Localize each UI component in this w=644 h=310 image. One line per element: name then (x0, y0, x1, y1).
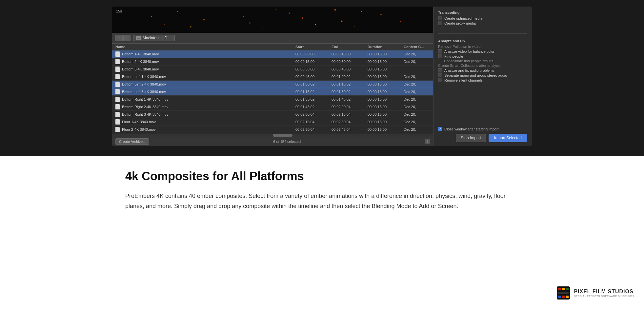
svg-point-8 (322, 14, 322, 15)
smart-collections-row: Create Smart Collections after analysis (438, 63, 527, 68)
section-heading: 4k Composites for All Platforms (125, 169, 519, 183)
file-end: 00:01:15;02 (332, 82, 368, 86)
analyze-title: Analyze and Fix (438, 39, 527, 43)
file-name: Bottom Left 3-4K 3840.mov (122, 90, 295, 94)
screenshot-inner: 15s ‹ › Macintosh HD ⌄ (112, 0, 532, 156)
file-start: 00:02:00;04 (295, 112, 332, 116)
horizontal-scrollbar[interactable] (112, 134, 433, 137)
svg-point-16 (315, 24, 316, 25)
proxy-media-row: Create proxy media (438, 21, 527, 26)
svg-rect-25 (562, 288, 565, 290)
file-end: 00:02:00;04 (332, 105, 368, 109)
col-start-header[interactable]: Start (295, 45, 332, 49)
file-row[interactable]: Floor 2-4K 3840.mov 00:02:30;04 00:02:45… (112, 126, 433, 133)
col-name-header[interactable]: Name (115, 45, 295, 49)
file-icon (115, 74, 120, 79)
file-start: 00:01:30;02 (295, 97, 332, 101)
stereo-audio-label: Separate mono and group stereo audio (444, 73, 507, 77)
fix-audio-checkbox[interactable] (438, 68, 442, 72)
file-duration: 00:00:15;00 (368, 105, 404, 109)
file-content: Dec 20, (404, 52, 430, 56)
file-row[interactable]: Bottom Right 2-4K 3840.mov 00:01:45;02 0… (112, 103, 433, 111)
file-start: 00:00:30;00 (295, 67, 332, 71)
svg-rect-29 (562, 296, 565, 298)
file-content: Dec 20, (404, 60, 430, 64)
preview-area: 15s (112, 7, 433, 33)
svg-rect-26 (566, 288, 569, 290)
optimize-media-checkbox[interactable] (438, 16, 442, 20)
file-content: Dec 20, (404, 82, 430, 86)
file-row[interactable]: Bottom Left 2-4K 3840.mov 00:01:00;02 00… (112, 81, 433, 88)
fcp-import-window: 15s ‹ › Macintosh HD ⌄ (112, 7, 532, 146)
info-icon: i (425, 139, 430, 144)
col-content-header[interactable]: Content C... (404, 45, 430, 49)
file-start: 00:00:00;00 (295, 52, 332, 56)
svg-point-10 (361, 11, 362, 12)
file-duration: 00:00:15;00 (368, 82, 404, 86)
nav-forward-button[interactable]: › (123, 35, 131, 41)
col-duration-header[interactable]: Duration (368, 45, 404, 49)
scroll-thumb[interactable] (273, 134, 292, 137)
file-row[interactable]: Bottom Left 3-4K 3840.mov 00:01:15;02 00… (112, 88, 433, 96)
file-end: 00:00:15;00 (332, 52, 368, 56)
create-archive-button[interactable]: Create Archive... (115, 138, 149, 145)
section-body: ProEmbers 4K contains 40 ember composite… (125, 191, 519, 211)
file-name: Bottom Left 2-4K 3840.mov (122, 82, 295, 86)
proxy-media-checkbox[interactable] (438, 21, 442, 25)
nav-back-button[interactable]: ‹ (115, 35, 123, 41)
pfs-text-block: PIXEL FILM STUDIOS SPECIAL EFFECTS SOFTW… (574, 289, 634, 298)
file-end: 00:01:00;02 (332, 75, 368, 79)
file-row[interactable]: Bottom Left 1-4K 3840.mov 00:00:45;00 00… (112, 73, 433, 81)
file-end: 00:01:45;02 (332, 97, 368, 101)
pulldown-row: Remove Pulldown in video (438, 44, 527, 49)
import-selected-button[interactable]: Import Selected (489, 134, 527, 142)
file-row[interactable]: Bottom 2-4K 3840.mov 00:00:15;00 00:00:3… (112, 58, 433, 66)
action-buttons: Stop Import Import Selected (438, 134, 527, 142)
file-content: Dec 20, (404, 120, 430, 124)
file-content: Dec 20, (404, 112, 430, 116)
stop-import-button[interactable]: Stop Import (456, 134, 486, 142)
status-bar: Create Archive... 6 of 154 selected i (112, 137, 433, 146)
silent-channels-label: Remove silent channels (444, 78, 483, 82)
close-window-label: Close window after starting import (444, 127, 499, 131)
file-content: Dec 20, (404, 127, 430, 131)
file-browser-toolbar: ‹ › Macintosh HD ⌄ (112, 33, 433, 44)
svg-point-7 (302, 17, 303, 19)
dropdown-arrow-icon: ⌄ (169, 36, 172, 40)
stereo-audio-checkbox[interactable] (438, 73, 442, 77)
svg-point-2 (177, 11, 178, 12)
analyze-group: Analyze and Fix Remove Pulldown in video… (438, 39, 527, 83)
file-start: 00:00:15;00 (295, 60, 332, 64)
file-start: 00:00:45;00 (295, 75, 332, 79)
proxy-media-label: Create proxy media (444, 21, 476, 25)
close-window-checkbox[interactable] (438, 127, 442, 131)
file-end: 00:02:30;04 (332, 120, 368, 124)
find-people-checkbox[interactable] (438, 54, 442, 58)
file-content: Dec 20, (404, 90, 430, 94)
svg-rect-28 (558, 296, 561, 298)
file-row[interactable]: Bottom 1-4K 3840.mov 00:00:00;00 00:00:1… (112, 50, 433, 58)
file-icon (115, 127, 120, 132)
file-row[interactable]: Bottom Right 3-4K 3840.mov 00:02:00;04 0… (112, 111, 433, 118)
file-content: Dec 20, (404, 75, 430, 79)
balance-color-label: Analyze video for balance color (444, 49, 494, 53)
file-list-header: Name Start End Duration Content C... (112, 44, 433, 50)
file-row[interactable]: Bottom Right 1-4K 3840.mov 00:01:30;02 0… (112, 96, 433, 103)
file-duration: 00:00:15;00 (368, 127, 404, 131)
balance-color-checkbox[interactable] (438, 49, 442, 53)
file-duration: 00:00:15;00 (368, 112, 404, 116)
file-icon (115, 104, 120, 109)
file-row[interactable]: Floor 1-4K 3840.mov 00:02:15;04 00:02:30… (112, 118, 433, 126)
col-end-header[interactable]: End (332, 45, 368, 49)
svg-point-19 (380, 14, 382, 15)
silent-channels-checkbox[interactable] (438, 78, 442, 82)
file-end: 00:02:45;04 (332, 127, 368, 131)
content-section: 4k Composites for All Platforms ProEmber… (112, 156, 532, 231)
file-row[interactable]: Bottom 3-4K 3840.mov 00:00:30;00 00:00:4… (112, 66, 433, 73)
location-label: Macintosh HD (143, 36, 167, 40)
consolidate-row: Consolidate find people results (438, 59, 527, 63)
location-dropdown[interactable]: Macintosh HD ⌄ (133, 35, 175, 41)
file-content: Dec 20, (404, 105, 430, 109)
file-duration: 00:00:15;00 (368, 60, 404, 64)
find-people-label: Find people (444, 54, 463, 58)
